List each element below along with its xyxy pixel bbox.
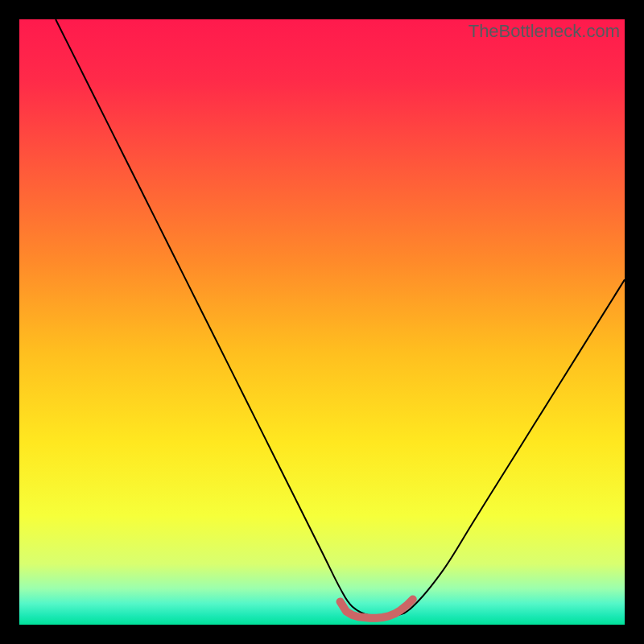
gradient-background — [19, 19, 625, 625]
chart-frame: TheBottleneck.com — [0, 0, 644, 644]
plot-area: TheBottleneck.com — [19, 19, 625, 625]
bottleneck-chart — [19, 19, 625, 625]
watermark-text: TheBottleneck.com — [469, 21, 620, 42]
